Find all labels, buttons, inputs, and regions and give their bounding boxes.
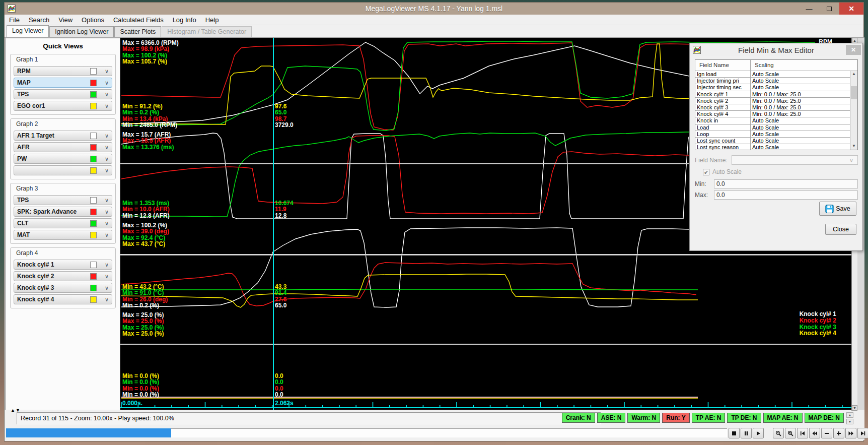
fast-forward-button[interactable] xyxy=(845,428,856,438)
row-field-name: Loop xyxy=(695,131,751,137)
graph-4-min-labels-entry: Min = 0.0 (%) xyxy=(122,379,159,385)
tab-histogram-table-generator: Histogram / Table Generator xyxy=(162,26,252,37)
field-selector-label: CLT xyxy=(14,220,90,227)
min-input[interactable]: 0.0 xyxy=(714,179,858,188)
save-button[interactable]: Save xyxy=(819,202,856,216)
scaling-table-row[interactable]: Knock cyl# 4Min: 0.0 / Max: 25.0 xyxy=(695,111,850,117)
scaling-table-row[interactable]: LoadAuto Scale xyxy=(695,124,850,131)
graph-3-cursor-values: 43.391.427.665.0 xyxy=(275,284,286,309)
app-window: MegaLogViewer MS 4.1.17 - Yann log 1.msl… xyxy=(4,2,864,441)
menu-help[interactable]: Help xyxy=(201,16,224,24)
skip-start-button[interactable] xyxy=(797,428,808,438)
skip-end-button[interactable] xyxy=(857,428,868,438)
scaling-table-row[interactable]: Ign loadAuto Scale xyxy=(695,71,850,78)
field-selector-afr-1-target[interactable]: AFR 1 Target∨ xyxy=(14,131,112,141)
menu-file[interactable]: File xyxy=(5,16,24,24)
scaling-table-row[interactable]: Knock cyl# 1Min: 0.0 / Max: 25.0 xyxy=(695,91,850,98)
dialog-close-icon[interactable]: ✕ xyxy=(846,45,861,55)
graph-4-legend: Knock cyl# 1Knock cyl# 2Knock cyl# 3Knoc… xyxy=(800,311,836,337)
badge-scroller: ▲ ▼ xyxy=(846,412,853,424)
play-button[interactable] xyxy=(753,428,764,438)
field-selector-rpm[interactable]: RPM∨ xyxy=(14,66,112,76)
step-back-button[interactable] xyxy=(821,428,832,438)
table-scrollbar[interactable]: ▲ ▼ xyxy=(850,71,857,150)
menu-options[interactable]: Options xyxy=(77,16,109,24)
status-badge-map-de-n: MAP DE: N xyxy=(805,413,844,423)
stop-button[interactable] xyxy=(729,428,740,438)
field-name-combo[interactable]: ∨ xyxy=(732,155,858,165)
field-selector-knock-cyl-1[interactable]: Knock cyl# 1∨ xyxy=(14,260,112,270)
field-selector-label: MAP xyxy=(14,79,90,86)
plus-icon xyxy=(836,430,842,436)
table-scroll-up-icon[interactable]: ▲ xyxy=(850,71,857,78)
maximize-button[interactable] xyxy=(819,3,839,15)
minimize-button[interactable]: — xyxy=(799,3,819,15)
chevron-down-icon: ∨ xyxy=(102,91,112,98)
chevron-down-icon: ∨ xyxy=(102,68,112,75)
graph-2-max-labels: Max = 15.7 (AFR)Max = 18.5 (AFR)Max = 13… xyxy=(122,132,174,150)
field-selector-label: Knock cyl# 3 xyxy=(14,284,90,291)
playback-progress-bar[interactable] xyxy=(6,428,727,437)
scaling-table-row[interactable]: Lost sync reasonAuto Scale xyxy=(695,144,850,150)
scaling-table-row[interactable]: Lost sync countAuto Scale xyxy=(695,138,850,144)
field-selector-knock-cyl-4[interactable]: Knock cyl# 4∨ xyxy=(14,294,112,304)
trace-color-swatch xyxy=(90,262,97,268)
badge-scroll-up-icon[interactable]: ▲ xyxy=(846,412,853,418)
group-label: Graph 2 xyxy=(15,120,39,128)
zoom-in-button[interactable] xyxy=(785,428,796,438)
field-selector-ego-cor1[interactable]: EGO cor1∨ xyxy=(14,101,112,111)
menu-log-info[interactable]: Log Info xyxy=(168,16,201,24)
max-input[interactable]: 0.0 xyxy=(714,190,858,200)
row-field-name: Injector timing sec xyxy=(695,84,751,90)
field-selector-label: SPK: Spark Advance xyxy=(14,208,90,215)
status-badge-warm-n: Warm: N xyxy=(627,413,660,423)
chevron-down-icon: ∨ xyxy=(102,103,112,109)
field-selector-label: MAT xyxy=(14,231,90,238)
field-selector-pw[interactable]: PW∨ xyxy=(14,154,112,164)
field-selector-map[interactable]: MAP∨ xyxy=(14,78,112,88)
playback-cursor-line[interactable] xyxy=(273,38,274,410)
splitter-toggle-icon[interactable]: ▲▼ xyxy=(11,408,21,413)
field-selector-mat[interactable]: MAT∨ xyxy=(14,230,112,240)
tab-ignition-log-viewer[interactable]: Ignition Log Viewer xyxy=(49,26,114,37)
auto-scale-checkbox[interactable]: ✔ xyxy=(703,169,709,175)
menu-view[interactable]: View xyxy=(54,16,77,24)
rewind-button[interactable] xyxy=(809,428,820,438)
graph-4-min-labels-entry: Min = 0.0 (%) xyxy=(122,392,159,398)
zoom-out-button[interactable] xyxy=(773,428,784,438)
menu-search[interactable]: Search xyxy=(24,16,54,24)
scaling-table-row[interactable]: Knock cyl# 2Min: 0.0 / Max: 25.0 xyxy=(695,98,850,104)
field-selector-spk-spark-advance[interactable]: SPK: Spark Advance∨ xyxy=(14,207,112,217)
step-forward-button[interactable] xyxy=(833,428,844,438)
scaling-table-row[interactable]: Injector timing secAuto Scale xyxy=(695,84,850,91)
graph-1-cursor-values: 97.665.098.73729.0 xyxy=(275,103,294,129)
tab-log-viewer[interactable]: Log Viewer xyxy=(7,25,49,37)
field-selector-empty[interactable]: ∨ xyxy=(14,165,112,175)
field-selector-knock-cyl-3[interactable]: Knock cyl# 3∨ xyxy=(14,283,112,293)
field-selector-knock-cyl-2[interactable]: Knock cyl# 2∨ xyxy=(14,271,112,281)
scaling-table-row[interactable]: Injector timing priAuto Scale xyxy=(695,78,850,84)
menu-calculated-fields[interactable]: Calculated Fields xyxy=(109,16,168,24)
scaling-table-row[interactable]: LoopAuto Scale xyxy=(695,131,850,138)
badge-scroll-down-icon[interactable]: ▼ xyxy=(846,419,853,424)
pause-button[interactable] xyxy=(741,428,752,438)
scaling-table-row[interactable]: Knock inAuto Scale xyxy=(695,117,850,124)
field-selector-tps[interactable]: TPS∨ xyxy=(14,195,112,205)
field-selector-clt[interactable]: CLT∨ xyxy=(14,218,112,228)
play-icon xyxy=(755,430,761,436)
dialog-close-button[interactable]: Close xyxy=(825,224,856,235)
field-selector-afr[interactable]: AFR∨ xyxy=(14,142,112,152)
dialog-titlebar[interactable]: Field Min & Max Editor ✕ xyxy=(690,43,862,56)
close-button[interactable]: ✕ xyxy=(839,3,863,15)
tab-scatter-plots[interactable]: Scatter Plots xyxy=(114,26,161,37)
column-header-scaling[interactable]: Scaling xyxy=(751,60,857,71)
table-scroll-down-icon[interactable]: ▼ xyxy=(850,143,857,150)
field-selector-tps[interactable]: TPS∨ xyxy=(14,89,112,99)
table-scroll-thumb[interactable] xyxy=(851,86,857,99)
rewind-icon xyxy=(812,430,818,436)
group-label: Graph 1 xyxy=(15,56,39,63)
column-header-field-name[interactable]: Field Name xyxy=(695,60,751,71)
scaling-table-row[interactable]: Knock cyl# 3Min: 0.0 / Max: 25.0 xyxy=(695,104,850,111)
scroll-down-icon[interactable]: ▼ xyxy=(852,405,857,411)
trace-color-swatch xyxy=(90,80,97,86)
